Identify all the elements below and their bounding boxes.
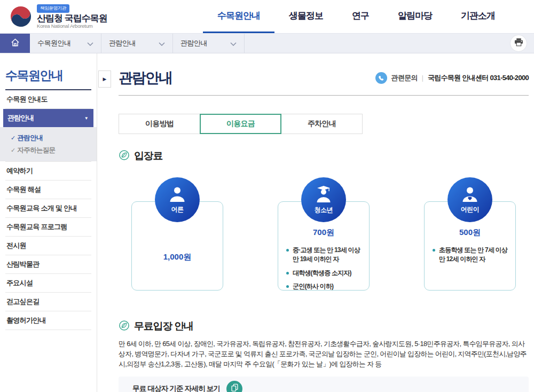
chevron-down-icon: [159, 40, 165, 48]
free-detail-bar: 무료 대상자 기준 자세히 보기: [119, 377, 529, 392]
sidebar-item-filming-permit[interactable]: 촬영허가안내: [5, 311, 91, 330]
nav-item-notice[interactable]: 알림마당: [383, 0, 446, 33]
graduate-person-icon: [315, 185, 333, 205]
breadcrumb-spacer: [245, 34, 511, 53]
free-admission-text: 만 6세 이하, 만 65세 이상, 장애인, 국가유공자, 독립유공자, 참전…: [119, 339, 529, 370]
sidebar-item-exhibition[interactable]: 전시원: [5, 237, 91, 255]
contact-label: 관련문의: [391, 73, 418, 83]
sidebar-submenu: ✓관람안내 ✓자주하는질문: [0, 127, 97, 161]
fee-card-child: 어린이 500원 초등학생 또는 만 7세 이상 만 12세 이하인 자: [424, 201, 516, 291]
nav-item-bio-info[interactable]: 생물정보: [274, 0, 337, 33]
youth-price: 700원: [285, 228, 362, 238]
note-item: 중·고생 또는 만 13세 이상 만 19세 이하인 자: [285, 246, 362, 264]
leaf-icon: [119, 320, 130, 333]
global-nav: 수목원안내 생물정보 연구 알림마당 기관소개: [203, 0, 509, 33]
sidebar-item-reservation[interactable]: 예약하기: [5, 162, 91, 181]
nav-item-research[interactable]: 연구: [337, 0, 383, 33]
note-item: 초등학생 또는 만 7세 이상 만 12세 이하인 자: [431, 246, 508, 264]
main-content: ▶ 관람안내 관련문의 | 국립수목원 안내센터 031-540-2000 이용…: [97, 53, 534, 392]
nav-item-about[interactable]: 기관소개: [446, 0, 509, 33]
sidebar-item-walking-trail[interactable]: 걷고싶은길: [5, 293, 91, 311]
submenu-item-faq[interactable]: ✓자주하는질문: [11, 144, 86, 156]
page: 책임운영기관 산림청 국립수목원 Korea National Arboretu…: [0, 0, 534, 392]
free-detail-label: 무료 대상자 기준 자세히 보기: [132, 384, 220, 392]
sidebar: 수목원안내 수목원 안내도 관람안내 ▼ ✓관람안내 ✓자주하는질문 예약하기 …: [0, 53, 97, 392]
printer-icon: [514, 38, 523, 49]
note-item: 군인(하사 이하): [285, 282, 362, 291]
admission-heading: 입장료: [119, 149, 529, 163]
breadcrumb-seg-2[interactable]: 관람안내: [101, 34, 173, 53]
sidebar-item-education-program[interactable]: 수목원교육 프로그램: [5, 218, 91, 237]
child-badge: 어린이: [447, 177, 492, 222]
title-divider: [119, 95, 529, 96]
bullet-dot: [433, 249, 435, 252]
youth-notes: 중·고생 또는 만 13세 이상 만 19세 이하인 자 대학생(학생증 소지자…: [285, 246, 362, 292]
chevron-down-icon: [87, 40, 93, 48]
tab-how-to-use[interactable]: 이용방법: [119, 114, 200, 134]
sidebar-title: 수목원안내: [5, 67, 91, 90]
child-heart-person-icon: [461, 185, 479, 205]
fee-card-adult: 어른 1,000원: [131, 201, 223, 291]
free-detail-button[interactable]: [226, 381, 242, 392]
child-price: 500원: [431, 228, 508, 238]
fee-card-youth: 청소년 700원 중·고생 또는 만 13세 이상 만 19세 이하인 자 대학…: [278, 201, 370, 291]
note-item: 대학생(학생증 소지자): [285, 269, 362, 278]
sidebar-toggle-button[interactable]: ▶: [98, 70, 111, 88]
phone-icon: [375, 72, 387, 84]
site-logo[interactable]: 책임운영기관 산림청 국립수목원 Korea National Arboretu…: [10, 4, 107, 29]
sidebar-item-facilities[interactable]: 주요시설: [5, 274, 91, 293]
breadcrumb: 수목원안내 관람안내 관람안내: [0, 33, 534, 53]
sidebar-menu: 수목원 안내도 관람안내 ▼ ✓관람안내 ✓자주하는질문 예약하기 수목원 해설…: [0, 90, 97, 330]
breadcrumb-seg-3[interactable]: 관람안내: [173, 34, 245, 53]
site-header: 책임운영기관 산림청 국립수목원 Korea National Arboretu…: [0, 0, 534, 33]
contact-divider: |: [422, 74, 423, 82]
sidebar-item-forest-museum[interactable]: 산림박물관: [5, 255, 91, 274]
bullet-dot: [286, 272, 289, 275]
agency-badge: 책임운영기관: [37, 4, 69, 13]
sidebar-item-map[interactable]: 수목원 안내도: [5, 90, 91, 109]
chevron-down-icon: [230, 40, 237, 48]
print-button[interactable]: [511, 35, 527, 51]
youth-badge: 청소년: [301, 177, 346, 222]
sidebar-item-visit-guide[interactable]: 관람안내 ▼: [3, 109, 93, 127]
admission-cards: 어른 1,000원: [119, 201, 529, 291]
home-button[interactable]: [0, 34, 30, 53]
bullet-dot: [286, 285, 289, 288]
tab-parking[interactable]: 주차안내: [281, 114, 363, 134]
check-icon: ✓: [11, 147, 15, 153]
taegeuk-logo-icon: [10, 5, 32, 28]
tab-fees[interactable]: 이용요금: [200, 114, 281, 134]
child-notes: 초등학생 또는 만 7세 이상 만 12세 이하인 자: [431, 246, 508, 264]
sidebar-item-education-intro[interactable]: 수목원교육 소개 및 안내: [5, 199, 91, 218]
tab-bar: 이용방법 이용요금 주차안내: [119, 114, 529, 134]
contact-phone-number: 국립수목원 안내센터 031-540-2000: [428, 73, 529, 83]
logo-text: 책임운영기관 산림청 국립수목원 Korea National Arboretu…: [37, 4, 107, 29]
copy-pages-icon: [231, 383, 239, 392]
check-icon: ✓: [11, 135, 15, 141]
adult-price: 1,000원: [139, 252, 216, 262]
breadcrumb-seg-1[interactable]: 수목원안내: [30, 34, 101, 53]
nav-item-arboretum-guide[interactable]: 수목원안내: [203, 0, 274, 33]
home-icon: [10, 37, 20, 50]
adult-badge: 어른: [155, 177, 200, 222]
bullet-dot: [286, 249, 289, 252]
logo-title: 산림청 국립수목원: [37, 14, 107, 23]
person-icon: [168, 185, 186, 205]
logo-subtitle: Korea National Arboretum: [37, 23, 107, 29]
sidebar-item-commentary[interactable]: 수목원 해설: [5, 181, 91, 199]
submenu-item-visit-guide[interactable]: ✓관람안내: [11, 132, 86, 144]
caret-down-icon: ▼: [84, 116, 88, 121]
leaf-icon: [119, 150, 130, 163]
page-title: 관람안내: [119, 68, 172, 88]
contact-info: 관련문의 | 국립수목원 안내센터 031-540-2000: [375, 72, 529, 84]
free-admission-heading: 무료입장 안내: [119, 319, 529, 333]
